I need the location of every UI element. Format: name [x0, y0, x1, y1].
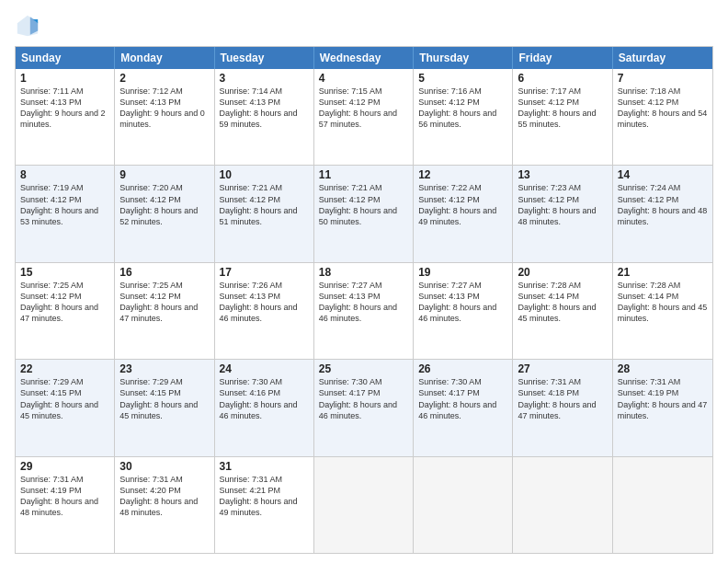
calendar-row: 8Sunrise: 7:19 AM Sunset: 4:12 PM Daylig…: [16, 165, 712, 261]
calendar-cell: 25Sunrise: 7:30 AM Sunset: 4:17 PM Dayli…: [314, 360, 414, 455]
cell-sun-info: Sunrise: 7:23 AM Sunset: 4:12 PM Dayligh…: [518, 183, 596, 225]
cell-sun-info: Sunrise: 7:15 AM Sunset: 4:12 PM Dayligh…: [319, 86, 397, 129]
calendar-cell: 1Sunrise: 7:11 AM Sunset: 4:13 PM Daylig…: [16, 69, 115, 165]
weekday-header: Wednesday: [314, 47, 414, 69]
day-number: 19: [418, 266, 507, 279]
calendar-cell: 3Sunrise: 7:14 AM Sunset: 4:13 PM Daylig…: [215, 69, 314, 165]
day-number: 2: [119, 72, 209, 85]
cell-sun-info: Sunrise: 7:14 AM Sunset: 4:13 PM Dayligh…: [220, 86, 298, 129]
calendar-cell-empty: [613, 457, 712, 553]
header: [15, 13, 713, 39]
calendar-cell: 20Sunrise: 7:28 AM Sunset: 4:14 PM Dayli…: [513, 263, 612, 359]
cell-sun-info: Sunrise: 7:27 AM Sunset: 4:13 PM Dayligh…: [418, 281, 496, 323]
cell-sun-info: Sunrise: 7:21 AM Sunset: 4:12 PM Dayligh…: [220, 183, 298, 225]
cell-sun-info: Sunrise: 7:12 AM Sunset: 4:13 PM Dayligh…: [119, 86, 205, 129]
calendar-cell: 10Sunrise: 7:21 AM Sunset: 4:12 PM Dayli…: [215, 166, 314, 261]
day-number: 12: [418, 168, 507, 181]
main-container: SundayMondayTuesdayWednesdayThursdayFrid…: [0, 0, 728, 563]
day-number: 16: [119, 266, 209, 279]
cell-sun-info: Sunrise: 7:28 AM Sunset: 4:14 PM Dayligh…: [518, 281, 596, 323]
day-number: 8: [20, 168, 109, 181]
cell-sun-info: Sunrise: 7:17 AM Sunset: 4:12 PM Dayligh…: [518, 86, 596, 129]
cell-sun-info: Sunrise: 7:24 AM Sunset: 4:12 PM Dayligh…: [618, 183, 708, 225]
cell-sun-info: Sunrise: 7:31 AM Sunset: 4:19 PM Dayligh…: [20, 475, 98, 517]
calendar-cell: 11Sunrise: 7:21 AM Sunset: 4:12 PM Dayli…: [314, 166, 414, 261]
day-number: 29: [20, 460, 109, 473]
calendar-cell: 28Sunrise: 7:31 AM Sunset: 4:19 PM Dayli…: [613, 360, 712, 455]
calendar-cell: 6Sunrise: 7:17 AM Sunset: 4:12 PM Daylig…: [513, 69, 612, 165]
weekday-header: Monday: [115, 47, 214, 69]
calendar-cell: 13Sunrise: 7:23 AM Sunset: 4:12 PM Dayli…: [513, 166, 612, 261]
day-number: 5: [418, 72, 507, 85]
calendar-cell: 16Sunrise: 7:25 AM Sunset: 4:12 PM Dayli…: [115, 263, 214, 359]
calendar-cell: 31Sunrise: 7:31 AM Sunset: 4:21 PM Dayli…: [215, 457, 314, 553]
calendar-cell: 7Sunrise: 7:18 AM Sunset: 4:12 PM Daylig…: [613, 69, 712, 165]
cell-sun-info: Sunrise: 7:28 AM Sunset: 4:14 PM Dayligh…: [618, 281, 708, 323]
day-number: 28: [618, 362, 708, 375]
day-number: 7: [618, 72, 708, 85]
logo-icon: [15, 13, 40, 39]
calendar-row: 22Sunrise: 7:29 AM Sunset: 4:15 PM Dayli…: [16, 359, 712, 455]
weekday-header: Friday: [513, 47, 612, 69]
calendar-cell: 22Sunrise: 7:29 AM Sunset: 4:15 PM Dayli…: [16, 360, 115, 455]
cell-sun-info: Sunrise: 7:31 AM Sunset: 4:19 PM Dayligh…: [618, 377, 708, 419]
day-number: 6: [518, 72, 607, 85]
calendar-cell: 2Sunrise: 7:12 AM Sunset: 4:13 PM Daylig…: [115, 69, 214, 165]
weekday-header: Saturday: [613, 47, 712, 69]
weekday-header: Tuesday: [215, 47, 314, 69]
cell-sun-info: Sunrise: 7:27 AM Sunset: 4:13 PM Dayligh…: [319, 281, 397, 323]
calendar-cell-empty: [513, 457, 612, 553]
day-number: 11: [319, 168, 408, 181]
calendar-cell: 4Sunrise: 7:15 AM Sunset: 4:12 PM Daylig…: [314, 69, 414, 165]
cell-sun-info: Sunrise: 7:31 AM Sunset: 4:18 PM Dayligh…: [518, 377, 596, 419]
calendar: SundayMondayTuesdayWednesdayThursdayFrid…: [15, 46, 713, 554]
day-number: 23: [119, 362, 209, 375]
day-number: 4: [319, 72, 408, 85]
calendar-row: 1Sunrise: 7:11 AM Sunset: 4:13 PM Daylig…: [16, 69, 712, 165]
day-number: 9: [119, 168, 209, 181]
cell-sun-info: Sunrise: 7:29 AM Sunset: 4:15 PM Dayligh…: [119, 377, 198, 419]
cell-sun-info: Sunrise: 7:30 AM Sunset: 4:16 PM Dayligh…: [220, 377, 298, 419]
cell-sun-info: Sunrise: 7:29 AM Sunset: 4:15 PM Dayligh…: [20, 377, 98, 419]
calendar-body: 1Sunrise: 7:11 AM Sunset: 4:13 PM Daylig…: [16, 69, 712, 553]
logo: [15, 13, 44, 39]
day-number: 24: [220, 362, 309, 375]
day-number: 3: [220, 72, 309, 85]
day-number: 31: [220, 460, 309, 473]
weekday-header: Sunday: [16, 47, 115, 69]
day-number: 25: [319, 362, 408, 375]
cell-sun-info: Sunrise: 7:30 AM Sunset: 4:17 PM Dayligh…: [319, 377, 397, 419]
cell-sun-info: Sunrise: 7:11 AM Sunset: 4:13 PM Dayligh…: [20, 86, 106, 129]
calendar-cell: 8Sunrise: 7:19 AM Sunset: 4:12 PM Daylig…: [16, 166, 115, 261]
calendar-cell: 27Sunrise: 7:31 AM Sunset: 4:18 PM Dayli…: [513, 360, 612, 455]
cell-sun-info: Sunrise: 7:21 AM Sunset: 4:12 PM Dayligh…: [319, 183, 397, 225]
calendar-cell: 18Sunrise: 7:27 AM Sunset: 4:13 PM Dayli…: [314, 263, 414, 359]
day-number: 14: [618, 168, 708, 181]
day-number: 27: [518, 362, 607, 375]
calendar-cell: 21Sunrise: 7:28 AM Sunset: 4:14 PM Dayli…: [613, 263, 712, 359]
day-number: 18: [319, 266, 408, 279]
calendar-cell: 15Sunrise: 7:25 AM Sunset: 4:12 PM Dayli…: [16, 263, 115, 359]
calendar-cell: 5Sunrise: 7:16 AM Sunset: 4:12 PM Daylig…: [414, 69, 513, 165]
calendar-cell: 29Sunrise: 7:31 AM Sunset: 4:19 PM Dayli…: [16, 457, 115, 553]
cell-sun-info: Sunrise: 7:25 AM Sunset: 4:12 PM Dayligh…: [119, 281, 198, 323]
cell-sun-info: Sunrise: 7:31 AM Sunset: 4:20 PM Dayligh…: [119, 475, 198, 517]
calendar-cell: 30Sunrise: 7:31 AM Sunset: 4:20 PM Dayli…: [115, 457, 214, 553]
day-number: 13: [518, 168, 607, 181]
weekday-header: Thursday: [414, 47, 513, 69]
day-number: 17: [220, 266, 309, 279]
cell-sun-info: Sunrise: 7:25 AM Sunset: 4:12 PM Dayligh…: [20, 281, 98, 323]
day-number: 21: [618, 266, 708, 279]
calendar-cell: 23Sunrise: 7:29 AM Sunset: 4:15 PM Dayli…: [115, 360, 214, 455]
calendar-cell: 26Sunrise: 7:30 AM Sunset: 4:17 PM Dayli…: [414, 360, 513, 455]
day-number: 26: [418, 362, 507, 375]
calendar-row: 15Sunrise: 7:25 AM Sunset: 4:12 PM Dayli…: [16, 262, 712, 359]
calendar-cell: 14Sunrise: 7:24 AM Sunset: 4:12 PM Dayli…: [613, 166, 712, 261]
calendar-cell: 19Sunrise: 7:27 AM Sunset: 4:13 PM Dayli…: [414, 263, 513, 359]
calendar-cell-empty: [414, 457, 513, 553]
calendar-cell: 24Sunrise: 7:30 AM Sunset: 4:16 PM Dayli…: [215, 360, 314, 455]
calendar-cell: 17Sunrise: 7:26 AM Sunset: 4:13 PM Dayli…: [215, 263, 314, 359]
cell-sun-info: Sunrise: 7:30 AM Sunset: 4:17 PM Dayligh…: [418, 377, 496, 419]
cell-sun-info: Sunrise: 7:16 AM Sunset: 4:12 PM Dayligh…: [418, 86, 496, 129]
cell-sun-info: Sunrise: 7:19 AM Sunset: 4:12 PM Dayligh…: [20, 183, 98, 225]
